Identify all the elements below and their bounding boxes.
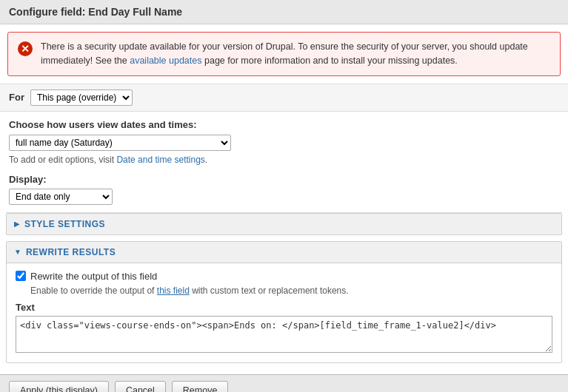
alert-text: There is a security update available for… bbox=[41, 40, 551, 68]
rewrite-sub-hint: Enable to override the output of this fi… bbox=[30, 285, 552, 296]
style-settings-section: ▶ STYLE SETTINGS bbox=[6, 213, 562, 235]
error-icon: ✕ bbox=[17, 41, 33, 57]
this-field-link[interactable]: this field bbox=[157, 285, 190, 296]
rewrite-checkbox-label: Rewrite the output of this field bbox=[30, 271, 157, 282]
remove-button[interactable]: Remove bbox=[172, 381, 229, 393]
page-title: Configure field: End Day Full Name bbox=[0, 0, 568, 24]
date-format-select[interactable]: full name day (Saturday) short medium lo… bbox=[9, 135, 231, 151]
date-section-label: Choose how users view dates and times: bbox=[9, 119, 559, 130]
svg-text:✕: ✕ bbox=[21, 43, 30, 55]
style-settings-title: STYLE SETTINGS bbox=[24, 219, 105, 229]
rewrite-results-arrow-icon: ▼ bbox=[14, 248, 21, 256]
for-row: For This page (override) All displays bbox=[0, 84, 568, 112]
display-label: Display: bbox=[9, 174, 559, 185]
rewrite-results-header[interactable]: ▼ REWRITE RESULTS bbox=[7, 242, 561, 263]
text-field-label: Text bbox=[16, 302, 552, 313]
style-settings-header[interactable]: ▶ STYLE SETTINGS bbox=[7, 214, 561, 234]
date-hint: To add or edit options, visit Date and t… bbox=[9, 155, 559, 165]
footer-buttons: Apply (this display) Cancel Remove bbox=[0, 374, 568, 393]
apply-button[interactable]: Apply (this display) bbox=[9, 381, 109, 393]
style-settings-arrow-icon: ▶ bbox=[14, 220, 20, 228]
date-time-settings-link[interactable]: Date and time settings bbox=[116, 155, 204, 165]
date-section: Choose how users view dates and times: f… bbox=[0, 112, 568, 172]
display-section: Display: End date only Start date only B… bbox=[0, 172, 568, 212]
rewrite-results-section: ▼ REWRITE RESULTS Rewrite the output of … bbox=[6, 241, 562, 363]
security-alert: ✕ There is a security update available f… bbox=[7, 32, 561, 76]
cancel-button[interactable]: Cancel bbox=[115, 381, 166, 393]
for-select[interactable]: This page (override) All displays bbox=[30, 89, 133, 106]
available-updates-link[interactable]: available updates bbox=[130, 55, 201, 66]
rewrite-checkbox-row: Rewrite the output of this field bbox=[16, 271, 552, 282]
text-textarea[interactable]: <div class="views-course-ends-on"><span>… bbox=[16, 316, 552, 353]
rewrite-checkbox[interactable] bbox=[16, 271, 26, 281]
rewrite-results-body: Rewrite the output of this field Enable … bbox=[7, 263, 561, 362]
for-label: For bbox=[9, 92, 24, 103]
rewrite-results-title: REWRITE RESULTS bbox=[26, 247, 116, 257]
display-select[interactable]: End date only Start date only Both dates bbox=[9, 189, 113, 205]
